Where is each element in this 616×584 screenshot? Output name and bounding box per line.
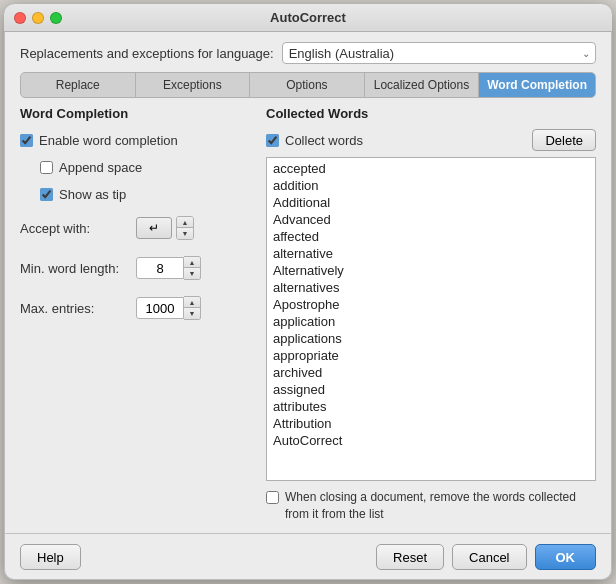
tabs-bar: Replace Exceptions Options Localized Opt… <box>20 72 596 98</box>
bottom-right: Reset Cancel OK <box>376 544 596 570</box>
accept-key-down-button[interactable]: ▼ <box>177 228 193 239</box>
list-item[interactable]: alternative <box>267 245 595 262</box>
accept-key-wrapper: ↵ ▲ ▼ <box>136 216 194 240</box>
help-button[interactable]: Help <box>20 544 81 570</box>
language-select[interactable]: English (Australia) <box>282 42 596 64</box>
list-item[interactable]: Apostrophe <box>267 296 595 313</box>
accept-with-label: Accept with: <box>20 221 130 236</box>
accept-key-spinner: ▲ ▼ <box>176 216 194 240</box>
max-entries-up-button[interactable]: ▲ <box>184 297 200 308</box>
accept-with-row: Accept with: ↵ ▲ ▼ <box>20 216 250 240</box>
language-select-wrapper: English (Australia) ⌄ <box>282 42 596 64</box>
list-item[interactable]: attributes <box>267 398 595 415</box>
min-length-down-button[interactable]: ▼ <box>184 268 200 279</box>
autocorrect-window: AutoCorrect Replacements and exceptions … <box>4 4 612 580</box>
traffic-lights <box>14 12 62 24</box>
list-item[interactable]: Additional <box>267 194 595 211</box>
word-list[interactable]: acceptedadditionAdditionalAdvancedaffect… <box>266 157 596 481</box>
accept-key-up-button[interactable]: ▲ <box>177 217 193 228</box>
list-item[interactable]: applications <box>267 330 595 347</box>
right-panel: Collected Words Collect words Delete acc… <box>266 106 596 523</box>
collect-words-checkbox[interactable] <box>266 134 279 147</box>
close-warning-row: When closing a document, remove the word… <box>266 489 596 523</box>
tab-replace[interactable]: Replace <box>21 73 136 97</box>
cancel-button[interactable]: Cancel <box>452 544 526 570</box>
tab-localized-options[interactable]: Localized Options <box>365 73 480 97</box>
append-space-checkbox[interactable] <box>40 161 53 174</box>
maximize-button[interactable] <box>50 12 62 24</box>
collected-header: Collect words Delete <box>266 129 596 151</box>
accept-key-display: ↵ <box>136 217 172 239</box>
window-content: Replacements and exceptions for language… <box>4 32 612 533</box>
close-button[interactable] <box>14 12 26 24</box>
delete-button[interactable]: Delete <box>532 129 596 151</box>
max-entries-row: Max. entries: ▲ ▼ <box>20 296 250 320</box>
left-panel: Word Completion Enable word completion A… <box>20 106 250 523</box>
tab-exceptions[interactable]: Exceptions <box>136 73 251 97</box>
max-entries-label: Max. entries: <box>20 301 130 316</box>
min-word-length-row: Min. word length: ▲ ▼ <box>20 256 250 280</box>
max-entries-input[interactable] <box>136 297 184 319</box>
list-item[interactable]: appropriate <box>267 347 595 364</box>
list-item[interactable]: archived <box>267 364 595 381</box>
tab-options[interactable]: Options <box>250 73 365 97</box>
show-as-tip-checkbox[interactable] <box>40 188 53 201</box>
list-item[interactable]: Alternatively <box>267 262 595 279</box>
show-as-tip-label: Show as tip <box>59 187 126 202</box>
enable-word-completion-row: Enable word completion <box>20 133 250 148</box>
list-item[interactable]: Advanced <box>267 211 595 228</box>
collect-words-row: Collect words <box>266 133 363 148</box>
min-word-length-spinner-wrapper: ▲ ▼ <box>136 256 201 280</box>
min-word-length-input[interactable] <box>136 257 184 279</box>
list-item[interactable]: addition <box>267 177 595 194</box>
show-as-tip-row: Show as tip <box>40 187 250 202</box>
ok-button[interactable]: OK <box>535 544 597 570</box>
list-item[interactable]: AutoCorrect <box>267 432 595 449</box>
max-entries-spinner: ▲ ▼ <box>184 296 201 320</box>
titlebar: AutoCorrect <box>4 4 612 32</box>
list-item[interactable]: affected <box>267 228 595 245</box>
left-panel-title: Word Completion <box>20 106 250 121</box>
max-entries-down-button[interactable]: ▼ <box>184 308 200 319</box>
min-length-up-button[interactable]: ▲ <box>184 257 200 268</box>
bottom-bar: Help Reset Cancel OK <box>4 533 612 580</box>
tab-word-completion[interactable]: Word Completion <box>479 73 595 97</box>
collect-words-label: Collect words <box>285 133 363 148</box>
main-content: Word Completion Enable word completion A… <box>20 106 596 523</box>
list-item[interactable]: alternatives <box>267 279 595 296</box>
enable-word-completion-checkbox[interactable] <box>20 134 33 147</box>
minimize-button[interactable] <box>32 12 44 24</box>
language-row: Replacements and exceptions for language… <box>20 42 596 64</box>
min-word-length-label: Min. word length: <box>20 261 130 276</box>
list-item[interactable]: application <box>267 313 595 330</box>
list-item[interactable]: accepted <box>267 160 595 177</box>
append-space-label: Append space <box>59 160 142 175</box>
close-warning-checkbox[interactable] <box>266 491 279 504</box>
list-item[interactable]: assigned <box>267 381 595 398</box>
max-entries-spinner-wrapper: ▲ ▼ <box>136 296 201 320</box>
language-label: Replacements and exceptions for language… <box>20 46 274 61</box>
window-title: AutoCorrect <box>270 10 346 25</box>
reset-button[interactable]: Reset <box>376 544 444 570</box>
close-warning-text: When closing a document, remove the word… <box>285 489 596 523</box>
list-item[interactable]: Attribution <box>267 415 595 432</box>
bottom-left: Help <box>20 544 81 570</box>
enable-word-completion-label: Enable word completion <box>39 133 178 148</box>
min-word-length-spinner: ▲ ▼ <box>184 256 201 280</box>
append-space-row: Append space <box>40 160 250 175</box>
right-panel-title: Collected Words <box>266 106 596 121</box>
